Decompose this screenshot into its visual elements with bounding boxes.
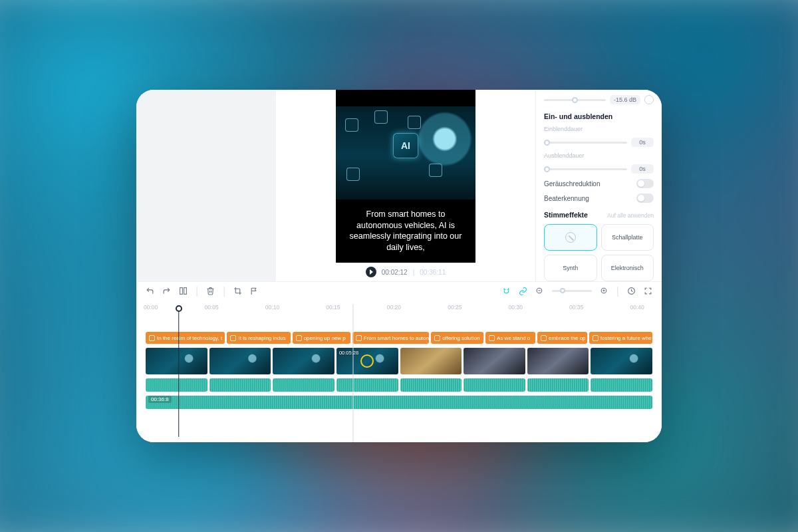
- delete-icon[interactable]: [206, 287, 215, 295]
- video-clip[interactable]: [400, 348, 462, 374]
- caption-icon: [149, 335, 155, 341]
- video-clip[interactable]: [527, 348, 589, 374]
- total-time: 00:36:11: [420, 269, 446, 276]
- noise-reduction-label: Geräuschreduktion: [544, 180, 600, 188]
- audio-clip[interactable]: [527, 378, 589, 392]
- fade-out-label: Ausblenddauer: [544, 152, 654, 159]
- playhead-handle[interactable]: [176, 305, 182, 312]
- node-icon: [346, 168, 360, 181]
- magnet-icon[interactable]: [502, 287, 511, 295]
- caption-clip[interactable]: In the realm of technology, t: [146, 332, 225, 344]
- node-icon: [408, 116, 421, 129]
- zoom-slider[interactable]: [552, 290, 592, 292]
- caption-clip[interactable]: embrace the op: [537, 332, 587, 344]
- audio-clip[interactable]: [464, 378, 525, 392]
- preview-subtitle: From smart homes to autonomous vehicles,…: [336, 209, 475, 263]
- fit-icon[interactable]: [627, 287, 636, 295]
- video-clip[interactable]: [209, 348, 271, 374]
- caption-icon: [489, 335, 495, 341]
- split-icon[interactable]: [179, 287, 188, 295]
- caption-icon: [593, 335, 598, 341]
- audio-clip[interactable]: [273, 378, 334, 392]
- volume-slider[interactable]: [544, 99, 606, 101]
- play-button[interactable]: [366, 267, 376, 277]
- music-track[interactable]: 00:36:8: [146, 396, 652, 409]
- fullscreen-icon[interactable]: [644, 287, 652, 295]
- voice-fx-grid: Schallplatte Synth Elektronisch: [544, 224, 654, 281]
- center-guideline: [353, 304, 354, 442]
- fx-none[interactable]: [544, 224, 597, 251]
- node-icon: [374, 110, 388, 124]
- video-clip[interactable]: [273, 348, 334, 374]
- caption-icon: [541, 335, 547, 341]
- caption-clip[interactable]: fostering a future whe: [589, 332, 652, 344]
- fade-in-label: Einblenddauer: [544, 126, 654, 132]
- clip-duration-label: 00:05:28: [339, 350, 358, 356]
- timeline-toolbar: | | |: [136, 281, 662, 300]
- fx-synth[interactable]: Synth: [544, 255, 597, 281]
- beat-detect-label: Beaterkennung: [544, 195, 589, 202]
- fx-schallplatte[interactable]: Schallplatte: [601, 224, 654, 251]
- video-clip[interactable]: 00:05:28: [336, 348, 398, 374]
- caption-clip[interactable]: It is reshaping indus: [227, 332, 290, 344]
- tick: 00:40: [630, 304, 644, 311]
- video-clip[interactable]: [591, 348, 652, 374]
- none-icon: [565, 232, 576, 243]
- tick: 00:25: [448, 304, 462, 311]
- time-sep: |: [413, 269, 415, 276]
- voice-track[interactable]: [146, 378, 652, 392]
- svg-rect-1: [184, 288, 187, 295]
- current-time: 00:02:12: [382, 269, 408, 276]
- tick: 00:05: [204, 304, 218, 311]
- tick: 00:00: [144, 304, 158, 311]
- zoom-in-icon[interactable]: [600, 287, 608, 295]
- caption-clip[interactable]: opening up new p: [293, 332, 350, 344]
- audio-clip[interactable]: [591, 378, 652, 392]
- upper-area: AI From smart homes to autonomous vehicl…: [136, 90, 662, 281]
- time-ruler[interactable]: 00:00 00:05 00:10 00:15 00:20 00:25 00:3…: [146, 304, 652, 317]
- preview-column: AI From smart homes to autonomous vehicl…: [276, 90, 535, 281]
- flag-icon[interactable]: [250, 287, 259, 295]
- cursor-highlight-icon: [360, 354, 374, 368]
- video-clip[interactable]: [146, 348, 207, 374]
- beat-detect-toggle[interactable]: [636, 194, 654, 203]
- redo-icon[interactable]: [162, 287, 171, 295]
- caption-icon: [230, 335, 236, 341]
- zoom-out-icon[interactable]: [535, 287, 544, 295]
- audio-clip[interactable]: [146, 378, 207, 392]
- video-preview[interactable]: AI From smart homes to autonomous vehicl…: [336, 90, 475, 263]
- fade-in-slider[interactable]: [544, 142, 627, 144]
- tracks: In the realm of technology, t It is resh…: [146, 332, 652, 409]
- reset-icon[interactable]: [644, 95, 654, 104]
- caption-clip[interactable]: offering solution: [431, 332, 483, 344]
- music-duration-label: 00:36:8: [148, 396, 172, 403]
- node-icon: [345, 118, 358, 132]
- undo-icon[interactable]: [146, 287, 154, 295]
- fade-out-slider[interactable]: [544, 168, 627, 170]
- timeline[interactable]: 00:00 00:05 00:10 00:15 00:20 00:25 00:3…: [136, 300, 662, 442]
- fx-elektronisch[interactable]: Elektronisch: [601, 255, 654, 281]
- caption-clip[interactable]: From smart homes to auton: [352, 332, 429, 344]
- link-icon[interactable]: [519, 287, 527, 295]
- ai-chip-icon: AI: [393, 133, 418, 158]
- fade-out-value: 0s: [631, 164, 654, 174]
- caption-icon: [356, 335, 362, 341]
- node-icon: [429, 164, 442, 177]
- audio-clip[interactable]: [336, 378, 398, 392]
- fade-section-title: Ein- und ausblenden: [544, 112, 654, 120]
- noise-reduction-toggle[interactable]: [636, 179, 654, 188]
- crop-icon[interactable]: [233, 287, 242, 295]
- video-track[interactable]: 00:05:28: [146, 348, 652, 374]
- audio-clip[interactable]: [400, 378, 462, 392]
- volume-row: -15.6 dB: [544, 95, 654, 104]
- apply-all-link[interactable]: Auf alle anwenden: [607, 212, 654, 219]
- caption-track[interactable]: In the realm of technology, t It is resh…: [146, 332, 652, 344]
- tick: 00:30: [509, 304, 523, 311]
- tick: 00:15: [326, 304, 340, 311]
- audio-clip[interactable]: [209, 378, 271, 392]
- media-library-panel: [136, 90, 276, 281]
- playback-bar: 00:02:12 | 00:36:11: [366, 263, 446, 281]
- video-clip[interactable]: [464, 348, 525, 374]
- caption-clip[interactable]: As we stand o: [485, 332, 535, 344]
- editor-window: AI From smart homes to autonomous vehicl…: [136, 90, 662, 442]
